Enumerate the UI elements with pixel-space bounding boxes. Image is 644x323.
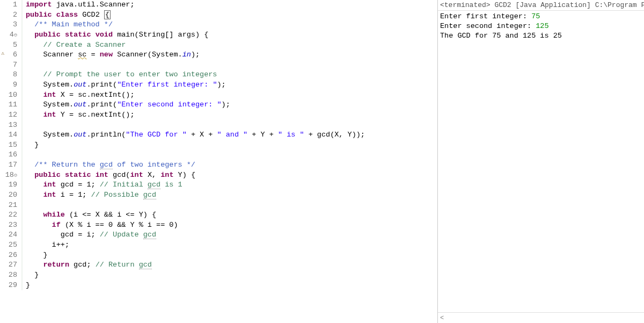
line-number: 20 — [0, 190, 23, 200]
code-content[interactable]: // Create a Scanner — [23, 40, 126, 51]
console-line: The GCD for 75 and 125 is 25 — [440, 32, 562, 40]
code-content[interactable]: System.out.print("Enter first integer: "… — [23, 80, 226, 90]
code-line[interactable]: 5 // Create a Scanner — [0, 40, 437, 51]
code-content[interactable]: gcd = i; // Update gcd — [23, 230, 156, 240]
code-line[interactable]: 29 } — [0, 281, 437, 291]
line-number: 23 — [0, 220, 23, 231]
code-content[interactable] — [23, 150, 30, 160]
code-content[interactable]: public class GCD2 { — [23, 10, 111, 20]
code-line[interactable]: 14 System.out.println("The GCD for " + X… — [0, 130, 437, 140]
code-content[interactable] — [23, 60, 30, 70]
line-number: 24 — [0, 230, 23, 240]
line-number: 17 — [0, 160, 23, 170]
line-number: 3 — [0, 20, 23, 30]
warning-icon: ⚠ — [1, 50, 4, 58]
code-line[interactable]: 8 // Prompt the user to enter two intege… — [0, 70, 437, 80]
code-line[interactable]: 28 } — [0, 270, 437, 281]
code-content[interactable]: } — [23, 270, 39, 281]
code-content[interactable]: public static void main(String[] args) { — [23, 30, 208, 40]
code-line[interactable]: 9 System.out.print("Enter first integer:… — [0, 80, 437, 90]
code-line[interactable]: 11 System.out.print("Enter second intege… — [0, 100, 437, 110]
line-number: 2 — [0, 10, 23, 20]
line-number: 1 — [0, 0, 23, 10]
line-number: 14 — [0, 130, 23, 140]
code-line[interactable]: 7 — [0, 60, 437, 70]
code-line[interactable]: 15 } — [0, 140, 437, 150]
console-line: Enter second integer: 125 — [440, 22, 549, 30]
code-line[interactable]: 1 import java.util.Scanner; — [0, 0, 437, 10]
code-content[interactable] — [23, 120, 30, 131]
line-number: 15 — [0, 140, 23, 150]
line-number: 16 — [0, 150, 23, 160]
scroll-left-icon[interactable]: < — [438, 312, 644, 323]
line-number: 21 — [0, 200, 23, 211]
code-line[interactable]: 2 public class GCD2 { — [0, 10, 437, 20]
code-content[interactable] — [23, 200, 30, 211]
line-number: 4⊖ — [0, 30, 23, 40]
cursor: { — [104, 10, 111, 19]
code-content[interactable]: import java.util.Scanner; — [23, 0, 135, 10]
console-header: <terminated> GCD2 [Java Application] C:\… — [438, 0, 644, 11]
code-content[interactable]: int i = 1; // Possible gcd — [23, 190, 156, 200]
code-content[interactable]: int X = sc.nextInt(); — [23, 90, 135, 101]
code-line[interactable]: ⚠6 Scanner sc = new Scanner(System.in); — [0, 50, 437, 60]
line-number: 10 — [0, 90, 23, 101]
code-content[interactable]: // Prompt the user to enter two integers — [23, 70, 217, 80]
code-line[interactable]: 17 /** Return the gcd of two integers */ — [0, 160, 437, 170]
code-line[interactable]: 10 int X = sc.nextInt(); — [0, 90, 437, 101]
line-number: 18⊖ — [0, 170, 23, 181]
code-content[interactable]: if (X % i == 0 && Y % i == 0) — [23, 220, 178, 231]
code-line[interactable]: 16 — [0, 150, 437, 160]
code-content[interactable]: System.out.print("Enter second integer: … — [23, 100, 230, 110]
code-content[interactable]: return gcd; // Return gcd — [23, 260, 152, 270]
code-line[interactable]: 20 int i = 1; // Possible gcd — [0, 190, 437, 200]
code-content[interactable]: public static int gcd(int X, int Y) { — [23, 170, 195, 181]
code-line[interactable]: 3 /** Main method */ — [0, 20, 437, 30]
line-number: 25 — [0, 240, 23, 250]
line-number: 27 — [0, 260, 23, 270]
code-content[interactable]: i++; — [23, 240, 69, 250]
code-line[interactable]: 23 if (X % i == 0 && Y % i == 0) — [0, 220, 437, 231]
line-number: 12 — [0, 110, 23, 120]
console-output[interactable]: Enter first integer: 75 Enter second int… — [438, 11, 644, 312]
code-line[interactable]: 19 int gcd = 1; // Initial gcd is 1 — [0, 180, 437, 190]
line-number: 22 — [0, 210, 23, 220]
line-number: 5 — [0, 40, 23, 51]
line-number: 26 — [0, 250, 23, 261]
code-content[interactable]: Scanner sc = new Scanner(System.in); — [23, 50, 200, 60]
code-line[interactable]: 18⊖ public static int gcd(int X, int Y) … — [0, 170, 437, 181]
code-content[interactable]: System.out.println("The GCD for " + X + … — [23, 130, 365, 140]
line-number: 19 — [0, 180, 23, 190]
line-number: 29 — [0, 281, 23, 291]
code-content[interactable]: } — [23, 281, 30, 291]
code-content[interactable]: int Y = sc.nextInt(); — [23, 110, 135, 120]
code-content[interactable]: int gcd = 1; // Initial gcd is 1 — [23, 180, 182, 190]
code-content[interactable]: } — [23, 140, 39, 150]
code-content[interactable]: } — [23, 250, 48, 261]
console-view: <terminated> GCD2 [Java Application] C:\… — [438, 0, 644, 323]
line-number: 13 — [0, 120, 23, 131]
line-number: 8 — [0, 70, 23, 80]
line-number: 7 — [0, 60, 23, 70]
code-line[interactable]: 4⊖ public static void main(String[] args… — [0, 30, 437, 40]
code-editor[interactable]: 1 import java.util.Scanner; 2 public cla… — [0, 0, 438, 323]
line-number: 9 — [0, 80, 23, 90]
code-line[interactable]: 12 int Y = sc.nextInt(); — [0, 110, 437, 120]
code-line[interactable]: 24 gcd = i; // Update gcd — [0, 230, 437, 240]
code-line[interactable]: 25 i++; — [0, 240, 437, 250]
console-line: Enter first integer: 75 — [440, 12, 540, 20]
code-content[interactable]: /** Main method */ — [23, 20, 113, 30]
code-line[interactable]: 21 — [0, 200, 437, 211]
code-content[interactable]: while (i <= X && i <= Y) { — [23, 210, 156, 220]
line-number: 28 — [0, 270, 23, 281]
code-content[interactable]: /** Return the gcd of two integers */ — [23, 160, 195, 170]
code-line[interactable]: 22 while (i <= X && i <= Y) { — [0, 210, 437, 220]
code-line[interactable]: 27 return gcd; // Return gcd — [0, 260, 437, 270]
code-line[interactable]: 26 } — [0, 250, 437, 261]
line-number: ⚠6 — [0, 50, 23, 60]
line-number: 11 — [0, 100, 23, 110]
code-line[interactable]: 13 — [0, 120, 437, 131]
